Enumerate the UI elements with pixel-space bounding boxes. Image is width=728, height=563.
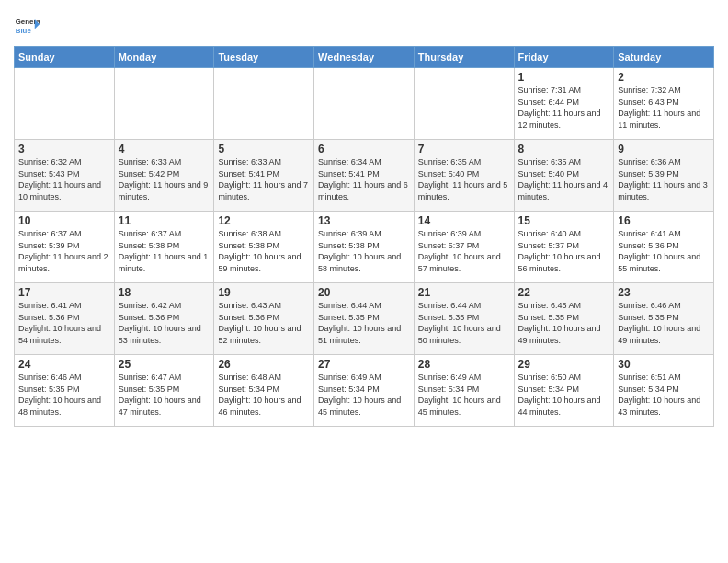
day-number: 4 bbox=[119, 143, 210, 155]
day-info: Sunrise: 6:37 AM Sunset: 5:39 PM Dayligh… bbox=[18, 228, 110, 274]
calendar-cell: 1Sunrise: 7:31 AM Sunset: 6:44 PM Daylig… bbox=[514, 68, 614, 140]
day-number: 8 bbox=[518, 143, 610, 155]
day-info: Sunrise: 6:49 AM Sunset: 5:34 PM Dayligh… bbox=[318, 372, 410, 418]
day-info: Sunrise: 6:46 AM Sunset: 5:35 PM Dayligh… bbox=[18, 372, 110, 418]
calendar-cell: 16Sunrise: 6:41 AM Sunset: 5:36 PM Dayli… bbox=[614, 212, 714, 283]
calendar-cell bbox=[15, 68, 115, 140]
calendar-week-2: 3Sunrise: 6:32 AM Sunset: 5:43 PM Daylig… bbox=[15, 140, 714, 212]
weekday-header-wednesday: Wednesday bbox=[314, 47, 415, 68]
day-number: 18 bbox=[119, 286, 210, 299]
weekday-header-sunday: Sunday bbox=[15, 47, 115, 68]
day-info: Sunrise: 6:44 AM Sunset: 5:35 PM Dayligh… bbox=[418, 300, 510, 346]
day-number: 27 bbox=[318, 358, 410, 371]
day-info: Sunrise: 7:31 AM Sunset: 6:44 PM Dayligh… bbox=[518, 85, 610, 131]
weekday-header-monday: Monday bbox=[114, 47, 214, 68]
day-info: Sunrise: 6:48 AM Sunset: 5:34 PM Dayligh… bbox=[218, 372, 310, 418]
day-number: 9 bbox=[618, 143, 710, 155]
calendar-header: SundayMondayTuesdayWednesdayThursdayFrid… bbox=[15, 47, 714, 68]
calendar-week-5: 24Sunrise: 6:46 AM Sunset: 5:35 PM Dayli… bbox=[15, 355, 714, 427]
day-info: Sunrise: 6:39 AM Sunset: 5:37 PM Dayligh… bbox=[418, 228, 510, 274]
calendar-cell: 3Sunrise: 6:32 AM Sunset: 5:43 PM Daylig… bbox=[15, 140, 115, 212]
calendar-week-4: 17Sunrise: 6:41 AM Sunset: 5:36 PM Dayli… bbox=[15, 283, 714, 355]
calendar-week-1: 1Sunrise: 7:31 AM Sunset: 6:44 PM Daylig… bbox=[15, 68, 714, 140]
calendar-week-3: 10Sunrise: 6:37 AM Sunset: 5:39 PM Dayli… bbox=[15, 212, 714, 283]
page-container: General Blue SundayMondayTuesdayWednesda… bbox=[0, 0, 728, 434]
day-info: Sunrise: 6:33 AM Sunset: 5:42 PM Dayligh… bbox=[119, 156, 210, 202]
svg-text:Blue: Blue bbox=[16, 27, 32, 35]
weekday-header-tuesday: Tuesday bbox=[214, 47, 314, 68]
calendar-cell: 4Sunrise: 6:33 AM Sunset: 5:42 PM Daylig… bbox=[114, 140, 214, 212]
day-number: 3 bbox=[18, 143, 110, 155]
day-info: Sunrise: 6:41 AM Sunset: 5:36 PM Dayligh… bbox=[618, 228, 710, 274]
day-info: Sunrise: 6:50 AM Sunset: 5:34 PM Dayligh… bbox=[518, 372, 610, 418]
weekday-header-thursday: Thursday bbox=[414, 47, 514, 68]
calendar-cell: 13Sunrise: 6:39 AM Sunset: 5:38 PM Dayli… bbox=[314, 212, 415, 283]
day-number: 28 bbox=[418, 358, 510, 371]
calendar-cell: 10Sunrise: 6:37 AM Sunset: 5:39 PM Dayli… bbox=[15, 212, 115, 283]
day-number: 30 bbox=[618, 358, 710, 371]
calendar-cell: 14Sunrise: 6:39 AM Sunset: 5:37 PM Dayli… bbox=[414, 212, 514, 283]
calendar-cell: 21Sunrise: 6:44 AM Sunset: 5:35 PM Dayli… bbox=[414, 283, 514, 355]
weekday-header-row: SundayMondayTuesdayWednesdayThursdayFrid… bbox=[15, 47, 714, 68]
weekday-header-saturday: Saturday bbox=[614, 47, 714, 68]
calendar-cell: 15Sunrise: 6:40 AM Sunset: 5:37 PM Dayli… bbox=[514, 212, 614, 283]
day-info: Sunrise: 6:35 AM Sunset: 5:40 PM Dayligh… bbox=[418, 156, 510, 202]
calendar-cell bbox=[214, 68, 314, 140]
calendar-cell: 20Sunrise: 6:44 AM Sunset: 5:35 PM Dayli… bbox=[314, 283, 415, 355]
calendar-table: SundayMondayTuesdayWednesdayThursdayFrid… bbox=[14, 46, 714, 427]
day-info: Sunrise: 6:44 AM Sunset: 5:35 PM Dayligh… bbox=[318, 300, 410, 346]
day-number: 21 bbox=[418, 286, 510, 299]
day-number: 24 bbox=[18, 358, 110, 371]
day-number: 22 bbox=[518, 286, 610, 299]
day-number: 26 bbox=[218, 358, 310, 371]
day-number: 10 bbox=[18, 214, 110, 227]
calendar-cell: 11Sunrise: 6:37 AM Sunset: 5:38 PM Dayli… bbox=[114, 212, 214, 283]
calendar-cell bbox=[314, 68, 415, 140]
day-info: Sunrise: 6:36 AM Sunset: 5:39 PM Dayligh… bbox=[618, 156, 710, 202]
day-info: Sunrise: 6:33 AM Sunset: 5:41 PM Dayligh… bbox=[218, 156, 310, 202]
calendar-cell: 19Sunrise: 6:43 AM Sunset: 5:36 PM Dayli… bbox=[214, 283, 314, 355]
day-info: Sunrise: 7:32 AM Sunset: 6:43 PM Dayligh… bbox=[618, 85, 710, 131]
calendar-cell: 18Sunrise: 6:42 AM Sunset: 5:36 PM Dayli… bbox=[114, 283, 214, 355]
day-info: Sunrise: 6:51 AM Sunset: 5:34 PM Dayligh… bbox=[618, 372, 710, 418]
day-number: 11 bbox=[119, 214, 210, 227]
calendar-cell: 9Sunrise: 6:36 AM Sunset: 5:39 PM Daylig… bbox=[614, 140, 714, 212]
day-info: Sunrise: 6:35 AM Sunset: 5:40 PM Dayligh… bbox=[518, 156, 610, 202]
day-info: Sunrise: 6:43 AM Sunset: 5:36 PM Dayligh… bbox=[218, 300, 310, 346]
day-number: 6 bbox=[318, 143, 410, 155]
day-number: 5 bbox=[218, 143, 310, 155]
day-number: 12 bbox=[218, 214, 310, 227]
day-number: 29 bbox=[518, 358, 610, 371]
day-info: Sunrise: 6:37 AM Sunset: 5:38 PM Dayligh… bbox=[119, 228, 210, 274]
calendar-cell: 6Sunrise: 6:34 AM Sunset: 5:41 PM Daylig… bbox=[314, 140, 415, 212]
day-number: 2 bbox=[618, 71, 710, 84]
calendar-cell: 28Sunrise: 6:49 AM Sunset: 5:34 PM Dayli… bbox=[414, 355, 514, 427]
calendar-cell: 23Sunrise: 6:46 AM Sunset: 5:35 PM Dayli… bbox=[614, 283, 714, 355]
day-number: 13 bbox=[318, 214, 410, 227]
day-info: Sunrise: 6:34 AM Sunset: 5:41 PM Dayligh… bbox=[318, 156, 410, 202]
day-info: Sunrise: 6:32 AM Sunset: 5:43 PM Dayligh… bbox=[18, 156, 110, 202]
logo-icon: General Blue bbox=[14, 13, 40, 39]
day-number: 15 bbox=[518, 214, 610, 227]
day-info: Sunrise: 6:45 AM Sunset: 5:35 PM Dayligh… bbox=[518, 300, 610, 346]
calendar-cell: 25Sunrise: 6:47 AM Sunset: 5:35 PM Dayli… bbox=[114, 355, 214, 427]
weekday-header-friday: Friday bbox=[514, 47, 614, 68]
calendar-cell bbox=[114, 68, 214, 140]
day-info: Sunrise: 6:41 AM Sunset: 5:36 PM Dayligh… bbox=[18, 300, 110, 346]
calendar-cell: 5Sunrise: 6:33 AM Sunset: 5:41 PM Daylig… bbox=[214, 140, 314, 212]
day-number: 1 bbox=[518, 71, 610, 84]
calendar-cell: 22Sunrise: 6:45 AM Sunset: 5:35 PM Dayli… bbox=[514, 283, 614, 355]
calendar-cell: 24Sunrise: 6:46 AM Sunset: 5:35 PM Dayli… bbox=[15, 355, 115, 427]
day-info: Sunrise: 6:46 AM Sunset: 5:35 PM Dayligh… bbox=[618, 300, 710, 346]
calendar-cell: 26Sunrise: 6:48 AM Sunset: 5:34 PM Dayli… bbox=[214, 355, 314, 427]
day-info: Sunrise: 6:47 AM Sunset: 5:35 PM Dayligh… bbox=[119, 372, 210, 418]
calendar-cell: 30Sunrise: 6:51 AM Sunset: 5:34 PM Dayli… bbox=[614, 355, 714, 427]
calendar-cell: 7Sunrise: 6:35 AM Sunset: 5:40 PM Daylig… bbox=[414, 140, 514, 212]
day-number: 16 bbox=[618, 214, 710, 227]
calendar-cell: 8Sunrise: 6:35 AM Sunset: 5:40 PM Daylig… bbox=[514, 140, 614, 212]
day-info: Sunrise: 6:38 AM Sunset: 5:38 PM Dayligh… bbox=[218, 228, 310, 274]
day-number: 17 bbox=[18, 286, 110, 299]
calendar-cell: 27Sunrise: 6:49 AM Sunset: 5:34 PM Dayli… bbox=[314, 355, 415, 427]
calendar-cell bbox=[414, 68, 514, 140]
day-number: 23 bbox=[618, 286, 710, 299]
